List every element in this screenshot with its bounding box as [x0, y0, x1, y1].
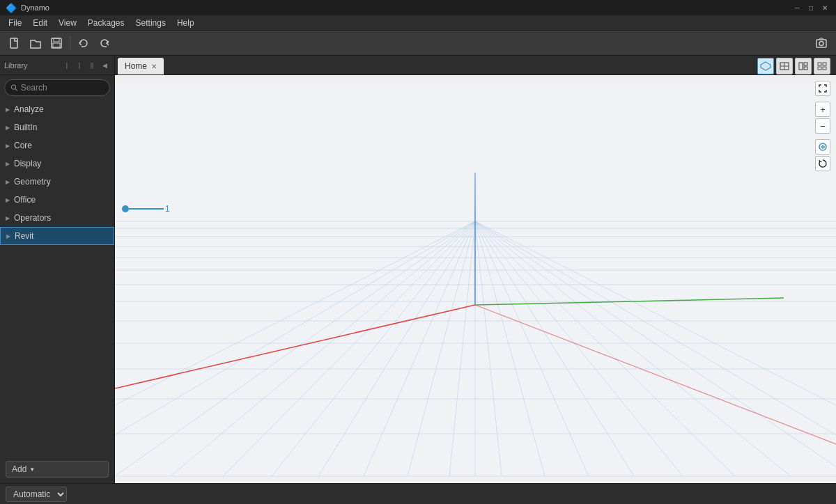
canvas-area: Home ✕: [115, 56, 836, 483]
undo-button[interactable]: [75, 34, 93, 52]
sidebar-item-label: BuiltIn: [14, 123, 37, 132]
sidebar-item-display[interactable]: ▶ Display: [0, 155, 114, 173]
node-dot: [122, 205, 129, 212]
svg-rect-17: [823, 67, 826, 70]
grid-view-button[interactable]: [814, 58, 830, 74]
save-button[interactable]: [47, 34, 65, 52]
arrow-icon: ▶: [6, 197, 11, 203]
sidebar-item-builtin[interactable]: ▶ BuiltIn: [0, 118, 114, 136]
sidebar-icon-1[interactable]: |: [61, 60, 72, 71]
menu-help[interactable]: Help: [171, 17, 200, 29]
app-icon: 🔷: [6, 3, 17, 13]
node-label: 1: [165, 204, 170, 214]
sidebar-item-label: Analyze: [14, 104, 44, 114]
sidebar-header: Library | | || ◀: [0, 56, 114, 75]
sidebar-item-label: Office: [14, 195, 36, 205]
menu-bar: File Edit View Packages Settings Help: [0, 15, 836, 31]
arrow-icon: ▶: [6, 179, 11, 185]
sidebar-item-label: Revit: [15, 231, 33, 241]
arrow-icon: ▶: [6, 161, 11, 167]
viewport-controls: + −: [815, 81, 830, 171]
zoom-fit-button[interactable]: [815, 139, 830, 155]
svg-rect-15: [823, 63, 826, 65]
window-controls: ─ □ ✕: [791, 2, 830, 13]
close-button[interactable]: ✕: [819, 2, 830, 13]
add-button[interactable]: Add ▼: [6, 461, 109, 478]
title-bar: 🔷 Dynamo ─ □ ✕: [0, 0, 836, 15]
arrow-icon: ▶: [6, 107, 11, 113]
svg-rect-0: [10, 38, 17, 48]
zoom-in-button[interactable]: +: [815, 102, 830, 117]
sidebar-item-revit[interactable]: ▶ Revit: [0, 227, 114, 245]
search-input[interactable]: [21, 83, 104, 93]
canvas-node[interactable]: 1: [122, 204, 170, 214]
svg-point-6: [11, 85, 15, 89]
sidebar-item-label: Core: [14, 141, 32, 150]
svg-rect-12: [804, 63, 807, 65]
tab-home[interactable]: Home ✕: [118, 58, 164, 74]
arrow-icon: ▶: [6, 215, 11, 221]
sidebar-item-label: Geometry: [14, 177, 51, 187]
minimize-button[interactable]: ─: [791, 2, 803, 13]
sidebar-collapse-icon[interactable]: ◀: [99, 60, 110, 71]
arrow-icon: ▶: [6, 143, 11, 149]
svg-line-7: [15, 88, 17, 90]
sidebar-item-label: Display: [14, 159, 41, 168]
title-bar-left: 🔷 Dynamo: [6, 3, 49, 13]
fit-view-button[interactable]: [815, 81, 830, 96]
main-layout: Library | | || ◀ ▶ Analyze ▶ BuiltIn ▶: [0, 56, 836, 483]
svg-rect-16: [818, 67, 821, 70]
svg-rect-14: [818, 63, 821, 65]
toolbar-separator-1: [70, 36, 70, 50]
zoom-out-button[interactable]: −: [815, 118, 830, 134]
sidebar-item-geometry[interactable]: ▶ Geometry: [0, 173, 114, 191]
grid-canvas: .grid-line { stroke: #b0c8e0; stroke-wid…: [115, 75, 836, 483]
sidebar-icon-2[interactable]: |: [74, 60, 85, 71]
svg-rect-58: [115, 82, 836, 214]
sidebar-item-operators[interactable]: ▶ Operators: [0, 209, 114, 227]
arrow-icon: ▶: [6, 125, 11, 131]
redo-button[interactable]: [95, 34, 114, 52]
sidebar-title: Library: [4, 61, 28, 70]
sidebar-item-core[interactable]: ▶ Core: [0, 136, 114, 155]
menu-packages[interactable]: Packages: [82, 17, 130, 29]
new-file-button[interactable]: [6, 34, 24, 52]
menu-file[interactable]: File: [3, 17, 27, 29]
sidebar-icon-3[interactable]: ||: [86, 60, 98, 71]
status-bar: Automatic Manual: [0, 483, 836, 504]
reset-view-button[interactable]: [815, 156, 830, 171]
toolbar: [0, 31, 836, 56]
vp-separator-2: [815, 135, 830, 138]
maximize-button[interactable]: □: [805, 2, 816, 13]
arrow-icon: ▶: [6, 233, 12, 239]
svg-rect-11: [799, 63, 803, 70]
sidebar-item-analyze[interactable]: ▶ Analyze: [0, 100, 114, 118]
add-dropdown-icon: ▼: [29, 466, 35, 473]
svg-rect-4: [816, 40, 826, 47]
view-3d-button[interactable]: [757, 58, 774, 74]
tab-close-icon[interactable]: ✕: [151, 63, 157, 70]
view-2d-button[interactable]: [776, 58, 793, 74]
sidebar-item-label: Operators: [14, 213, 51, 223]
search-icon: [10, 84, 18, 92]
open-file-button[interactable]: [26, 34, 45, 52]
app-title: Dynamo: [21, 3, 49, 12]
library-items: ▶ Analyze ▶ BuiltIn ▶ Core ▶ Display ▶ G…: [0, 100, 114, 455]
search-box[interactable]: [4, 79, 110, 96]
run-mode-select[interactable]: Automatic Manual: [6, 487, 67, 502]
menu-view[interactable]: View: [53, 17, 82, 29]
svg-rect-13: [804, 67, 807, 70]
tab-label: Home: [125, 61, 147, 71]
tab-bar: Home ✕: [115, 56, 836, 75]
add-button-area: Add ▼: [0, 455, 114, 483]
sidebar-item-office[interactable]: ▶ Office: [0, 191, 114, 209]
sidebar: Library | | || ◀ ▶ Analyze ▶ BuiltIn ▶: [0, 56, 115, 483]
menu-edit[interactable]: Edit: [27, 17, 53, 29]
svg-point-5: [819, 41, 823, 45]
vp-separator-1: [815, 97, 830, 100]
screenshot-button[interactable]: [812, 34, 830, 52]
layout-button[interactable]: [795, 58, 812, 74]
viewport[interactable]: .grid-line { stroke: #b0c8e0; stroke-wid…: [115, 75, 836, 483]
menu-settings[interactable]: Settings: [130, 17, 171, 29]
add-label: Add: [12, 464, 26, 474]
